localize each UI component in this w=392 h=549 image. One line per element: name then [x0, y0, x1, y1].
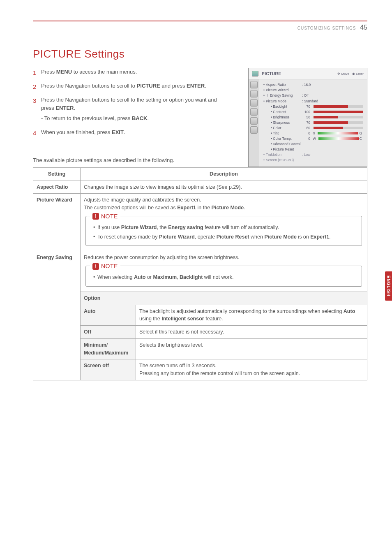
note-box: ! NOTE If you use Picture Wizard, the En… — [85, 216, 362, 246]
osd-tab-icon — [250, 90, 258, 97]
step-2: 2 Press the Navigation buttons to scroll… — [33, 82, 226, 90]
note-item: When selecting Auto or Maximum, Backligh… — [93, 273, 357, 281]
setting-name: Energy Saving — [33, 251, 81, 380]
settings-table: Setting Description Aspect Ratio Changes… — [33, 167, 367, 380]
page-title: PICTURE Settings — [33, 48, 367, 60]
section-label: CUSTOMIZING SETTINGS — [297, 26, 356, 30]
option-name: Minimum/ Medium/Maximum — [81, 338, 136, 359]
step-1: 1 Press MENU to access the main menus. — [33, 68, 226, 76]
setting-desc: Reduces the power consumption by adjusti… — [81, 251, 367, 292]
option-desc: The backlight is adjusted automatically … — [136, 305, 367, 326]
note-item: To reset changes made by Picture Wizard,… — [93, 233, 357, 241]
osd-panel: PICTURE ✥ Move ◉ Enter •Aspect Ratio: 16… — [248, 68, 367, 167]
col-description: Description — [81, 167, 367, 181]
option-desc: The screen turns off in 3 seconds. Press… — [136, 359, 367, 380]
osd-sidebar — [249, 79, 259, 167]
alert-icon: ! — [92, 213, 99, 220]
step-number: 2 — [33, 82, 36, 91]
osd-tab-icon — [250, 126, 258, 134]
step-3: 3 Press the Navigation buttons to scroll… — [33, 96, 226, 122]
table-row: Picture Wizard Adjusts the image quality… — [33, 194, 367, 251]
header-rule — [33, 21, 367, 21]
page-number: 45 — [360, 24, 367, 31]
setting-name: Aspect Ratio — [33, 181, 81, 194]
osd-tab-icon — [250, 81, 258, 88]
option-header-row: Option — [33, 292, 367, 305]
table-row: Aspect Ratio Changes the image size to v… — [33, 181, 367, 194]
step-number: 4 — [33, 128, 36, 138]
option-row: Auto The backlight is adjusted automatic… — [33, 305, 367, 326]
osd-tab-icon — [250, 117, 258, 125]
option-desc: Select if this feature is not necessary. — [136, 326, 367, 339]
option-desc: Selects the brightness level. — [136, 338, 367, 359]
note-item: If you use Picture Wizard, the Energy sa… — [93, 224, 357, 232]
option-row: Minimum/ Medium/Maximum Selects the brig… — [33, 338, 367, 359]
steps-list: 1 Press MENU to access the main menus. 2… — [33, 68, 226, 137]
language-tab: ENGLISH — [385, 271, 392, 301]
option-name: Screen off — [81, 359, 136, 380]
step-number: 1 — [33, 68, 36, 77]
move-icon: ✥ — [337, 72, 340, 76]
osd-tab-icon — [250, 99, 258, 107]
setting-desc: Adjusts the image quality and calibrates… — [81, 194, 367, 251]
osd-actions: ✥ Move ◉ Enter — [337, 72, 364, 76]
col-setting: Setting — [33, 167, 81, 181]
page-header: CUSTOMIZING SETTINGS 45 — [33, 24, 367, 31]
step-number: 3 — [33, 96, 36, 105]
option-header: Option — [81, 292, 367, 305]
osd-header: PICTURE ✥ Move ◉ Enter — [249, 68, 367, 79]
osd-main: •Aspect Ratio: 16:9 •Picture Wizard •ꔋEn… — [259, 79, 367, 167]
picture-icon — [252, 71, 258, 76]
option-row: Screen off The screen turns off in 3 sec… — [33, 359, 367, 380]
note-box: ! NOTE When selecting Auto or Maximum, B… — [85, 266, 362, 287]
option-row: Off Select if this feature is not necess… — [33, 326, 367, 339]
table-row: Energy Saving Reduces the power consumpt… — [33, 251, 367, 292]
step-4: 4 When you are finished, press EXIT. — [33, 128, 226, 137]
setting-name: Picture Wizard — [33, 194, 81, 251]
option-name: Auto — [81, 305, 136, 326]
note-label: NOTE — [101, 212, 118, 221]
note-label: NOTE — [101, 262, 118, 271]
option-name: Off — [81, 326, 136, 339]
alert-icon: ! — [92, 263, 99, 270]
enter-icon: ◉ — [352, 72, 355, 76]
setting-desc: Changes the image size to view images at… — [81, 181, 367, 194]
osd-title: PICTURE — [262, 72, 281, 76]
osd-tab-icon — [250, 108, 258, 116]
